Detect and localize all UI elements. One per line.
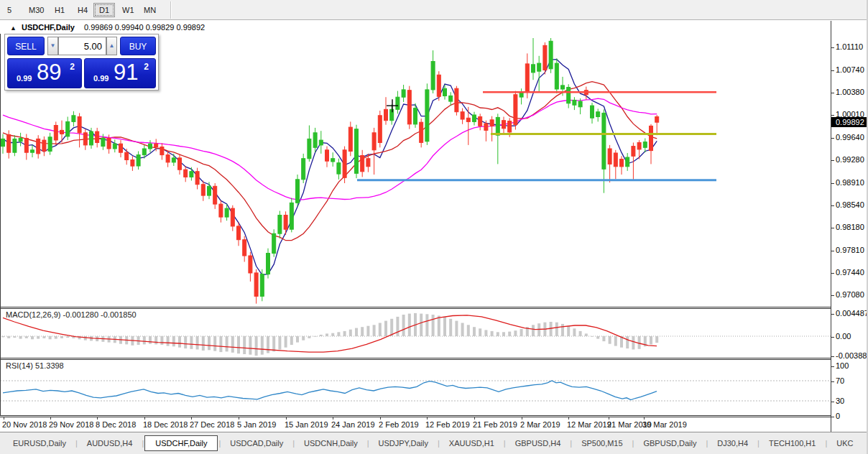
candle xyxy=(555,63,558,89)
macd-signal-line xyxy=(3,315,657,352)
candle xyxy=(543,45,547,70)
macd-histogram-bar xyxy=(449,319,452,336)
macd-histogram-bar xyxy=(7,336,10,338)
date-label: 30 Mar 2019 xyxy=(642,420,687,429)
chart-tab-usdcnh-daily[interactable]: USDCNH,Daily xyxy=(295,437,366,450)
date-axis[interactable]: 20 Nov 201829 Nov 20188 Dec 201818 Dec 2… xyxy=(0,417,831,432)
macd-histogram-bar xyxy=(49,336,52,339)
candle xyxy=(532,65,535,73)
timeframe-button-w1[interactable]: W1 xyxy=(116,3,140,17)
candle xyxy=(578,101,582,107)
candle xyxy=(655,117,659,123)
macd-histogram-bar xyxy=(296,336,299,343)
chart-tab-gbpusd-daily[interactable]: GBPUSD,Daily xyxy=(634,437,705,450)
candle xyxy=(131,160,134,167)
chart-tab-sp500-m15[interactable]: SP500,M15 xyxy=(573,437,631,450)
candle xyxy=(496,117,499,135)
timeframe-button-h4[interactable]: H4 xyxy=(72,3,93,17)
chart-tab-usdchf-daily[interactable]: USDCHF,Daily xyxy=(144,435,218,451)
chart-tab-tech100-h1[interactable]: TECH100,H1 xyxy=(760,437,824,450)
candle xyxy=(48,137,52,152)
candle xyxy=(431,62,435,90)
candle xyxy=(260,274,264,297)
candle xyxy=(425,90,429,142)
macd-histogram-bar xyxy=(60,336,63,338)
candle xyxy=(420,122,423,142)
candle xyxy=(78,117,81,133)
chart-tab-audusd-h4[interactable]: AUDUSD,H4 xyxy=(78,437,142,450)
rsi-canvas[interactable] xyxy=(0,360,831,415)
buy-price-prefix: 0.99 xyxy=(93,74,108,83)
macd-histogram-bar xyxy=(479,328,481,336)
macd-histogram-bar xyxy=(573,328,576,336)
candle xyxy=(608,149,611,164)
candle xyxy=(455,88,458,112)
volume-decrease-button[interactable]: ▼ xyxy=(47,37,58,55)
macd-histogram-bar xyxy=(467,325,470,336)
macd-histogram-bar xyxy=(520,329,523,336)
timeframe-button-5[interactable]: 5 xyxy=(1,3,17,17)
candle xyxy=(537,63,541,71)
macd-histogram-bar xyxy=(585,333,588,336)
timeframe-button-h1[interactable]: H1 xyxy=(49,3,70,17)
macd-histogram-bar xyxy=(184,336,187,348)
macd-histogram-bar xyxy=(443,317,446,336)
chart-ohlc-header: ▲ USDCHF,Daily 0.99869 0.99940 0.99829 0… xyxy=(0,22,826,34)
macd-histogram-bar xyxy=(655,336,658,343)
price-tick-label: 0.99280 xyxy=(831,155,864,165)
chart-tab-xauusd-h1[interactable]: XAUUSD,H1 xyxy=(440,437,503,450)
buy-button[interactable]: BUY xyxy=(120,37,156,55)
date-tick xyxy=(474,417,475,420)
candle xyxy=(561,85,565,89)
candle xyxy=(637,143,641,149)
collapse-quote-icon[interactable]: ▲ xyxy=(10,24,17,32)
macd-histogram-bar xyxy=(632,336,634,350)
candle xyxy=(237,226,241,240)
timeframe-button-d1[interactable]: D1 xyxy=(93,3,115,17)
price-tick-label: 1.00740 xyxy=(831,65,864,75)
candle xyxy=(66,121,70,136)
sell-button[interactable]: SELL xyxy=(7,37,45,55)
buy-price-button[interactable]: 0.99 91 2 xyxy=(84,58,156,88)
date-label: 20 Nov 2018 xyxy=(2,420,47,429)
candle xyxy=(284,216,287,230)
candle xyxy=(107,139,111,149)
candle xyxy=(614,153,617,167)
rsi-tick-label: 70 xyxy=(831,376,844,386)
ma-slow-line xyxy=(3,98,657,200)
macd-tick-label: 0.00 xyxy=(831,332,851,341)
candle xyxy=(190,172,193,177)
candle xyxy=(142,149,146,155)
macd-histogram-bar xyxy=(438,316,440,337)
candle xyxy=(602,113,606,169)
candle xyxy=(272,233,276,253)
rsi-indicator-pane[interactable] xyxy=(0,360,831,415)
price-axis[interactable]: 0.99892 1.011101.007401.003801.000100.99… xyxy=(831,21,868,432)
timeframe-button-mn[interactable]: MN xyxy=(138,3,162,17)
chart-tab-ukc[interactable]: UKC xyxy=(828,437,862,450)
macd-histogram-bar xyxy=(143,336,146,344)
macd-histogram-bar xyxy=(331,333,334,336)
candle xyxy=(60,130,64,134)
macd-histogram-bar xyxy=(614,336,617,346)
candle xyxy=(473,115,476,121)
chart-tab-gbpusd-h4[interactable]: GBPUSD,H4 xyxy=(507,437,570,450)
chart-tab-usdjpy-daily[interactable]: USDJPY,Daily xyxy=(370,437,438,450)
macd-histogram-bar xyxy=(550,322,553,336)
date-tick xyxy=(4,417,4,420)
candle xyxy=(414,108,417,124)
macd-histogram-bar xyxy=(532,325,535,336)
one-click-trading-panel: SELL ▼ ▲ BUY 0.99 89 2 0.99 91 2 xyxy=(4,34,159,91)
chart-tab-usdcad-daily[interactable]: USDCAD,Daily xyxy=(221,437,292,450)
candle xyxy=(466,118,470,121)
macd-histogram-bar xyxy=(237,336,240,353)
volume-input[interactable] xyxy=(58,37,106,55)
macd-histogram-bar xyxy=(326,333,328,336)
candle xyxy=(437,75,440,96)
chart-tab-eurusd-daily[interactable]: EURUSD,Daily xyxy=(4,437,75,450)
volume-increase-button[interactable]: ▲ xyxy=(106,37,117,55)
sell-price-button[interactable]: 0.99 89 2 xyxy=(7,58,82,88)
chart-tab-dj30-h4[interactable]: DJ30,H4 xyxy=(708,437,757,450)
macd-histogram-bar xyxy=(514,330,517,336)
timeframe-button-m30[interactable]: M30 xyxy=(23,3,50,17)
